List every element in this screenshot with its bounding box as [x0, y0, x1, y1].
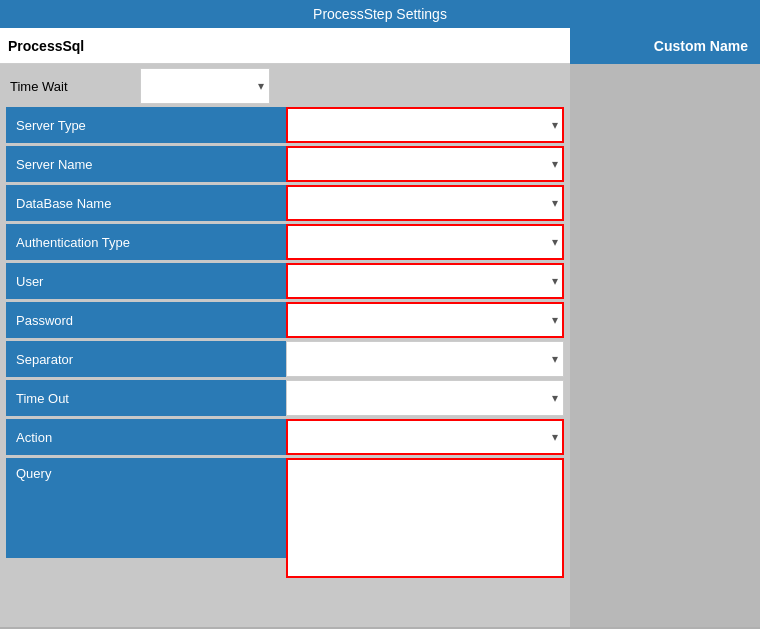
database-name-select-wrapper: [286, 185, 564, 221]
right-panel: Custom Name: [570, 28, 760, 627]
separator-label: Separator: [6, 341, 286, 377]
custom-name-header: Custom Name: [570, 28, 760, 64]
right-panel-content: [570, 64, 760, 627]
main-container: ProcessSql Time Wait Server Type: [0, 28, 760, 627]
separator-select-wrapper: [286, 341, 564, 377]
time-wait-select-wrapper: [140, 68, 270, 104]
password-label: Password: [6, 302, 286, 338]
server-type-row: Server Type: [6, 107, 564, 143]
server-name-select-wrapper: [286, 146, 564, 182]
title-bar: ProcessStep Settings: [0, 0, 760, 28]
server-name-row: Server Name: [6, 146, 564, 182]
server-type-select-wrapper: [286, 107, 564, 143]
user-select[interactable]: [286, 263, 564, 299]
server-type-select[interactable]: [286, 107, 564, 143]
query-textarea[interactable]: [286, 458, 564, 578]
header-row: ProcessSql: [0, 28, 570, 64]
action-select[interactable]: [286, 419, 564, 455]
process-sql-label: ProcessSql: [0, 38, 570, 54]
separator-row: Separator: [6, 341, 564, 377]
authentication-type-label: Authentication Type: [6, 224, 286, 260]
password-row: Password: [6, 302, 564, 338]
database-name-row: DataBase Name: [6, 185, 564, 221]
authentication-type-select-wrapper: [286, 224, 564, 260]
time-out-select-wrapper: [286, 380, 564, 416]
user-label: User: [6, 263, 286, 299]
action-label: Action: [6, 419, 286, 455]
user-row: User: [6, 263, 564, 299]
query-label: Query: [6, 458, 286, 558]
password-select[interactable]: [286, 302, 564, 338]
time-out-select[interactable]: [286, 380, 564, 416]
server-type-label: Server Type: [6, 107, 286, 143]
server-name-label: Server Name: [6, 146, 286, 182]
separator-select[interactable]: [286, 341, 564, 377]
authentication-type-row: Authentication Type: [6, 224, 564, 260]
query-row: Query: [6, 458, 564, 578]
left-panel: ProcessSql Time Wait Server Type: [0, 28, 570, 627]
time-out-label: Time Out: [6, 380, 286, 416]
server-name-select[interactable]: [286, 146, 564, 182]
form-area: Time Wait Server Type Server Name: [0, 64, 570, 585]
action-row: Action: [6, 419, 564, 455]
time-wait-row: Time Wait: [6, 68, 564, 104]
time-out-row: Time Out: [6, 380, 564, 416]
time-wait-label: Time Wait: [10, 79, 140, 94]
time-wait-select[interactable]: [140, 68, 270, 104]
user-select-wrapper: [286, 263, 564, 299]
title-text: ProcessStep Settings: [313, 6, 447, 22]
database-name-select[interactable]: [286, 185, 564, 221]
database-name-label: DataBase Name: [6, 185, 286, 221]
authentication-type-select[interactable]: [286, 224, 564, 260]
password-select-wrapper: [286, 302, 564, 338]
custom-name-label: Custom Name: [654, 28, 748, 64]
action-select-wrapper: [286, 419, 564, 455]
